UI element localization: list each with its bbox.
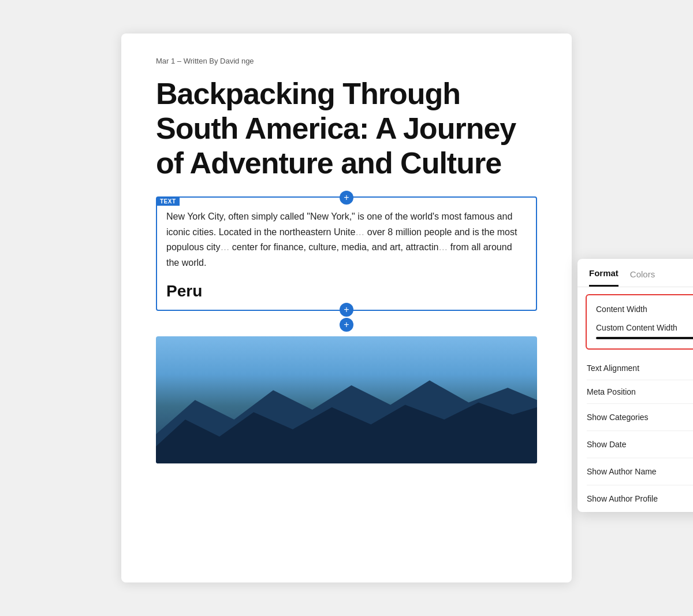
tab-format[interactable]: Format	[589, 268, 619, 287]
show-date-label: Show Date	[587, 440, 626, 449]
content-width-row: Content Width Custom ⌄	[587, 298, 693, 321]
add-block-below-button[interactable]: +	[340, 318, 353, 332]
section-heading: Peru	[166, 282, 527, 300]
show-author-name-row: Show Author Name	[578, 458, 693, 485]
text-block: TEXT + New York City, often simply calle…	[156, 196, 537, 311]
content-width-label: Content Width	[596, 305, 647, 314]
add-block-middle-button[interactable]: +	[340, 303, 353, 317]
meta-separator: –	[177, 57, 184, 65]
page-wrapper: Mar 1 – Written By David nge Backpacking…	[121, 34, 572, 582]
article-title: Backpacking Through South America: A Jou…	[156, 77, 537, 180]
slider-track	[596, 337, 693, 339]
meta-author-prefix: Written By	[184, 57, 218, 65]
show-author-profile-label: Show Author Profile	[587, 494, 658, 503]
show-categories-label: Show Categories	[587, 413, 649, 422]
meta-date: Mar 1	[156, 57, 175, 65]
meta-position-label: Meta Position	[587, 387, 636, 396]
meta-line: Mar 1 – Written By David nge	[156, 57, 537, 65]
show-author-name-label: Show Author Name	[587, 467, 657, 476]
meta-position-row: Meta Position Above Title ⌄	[578, 380, 693, 403]
settings-panel: Format Colors Content Width Custom ⌄ Cus…	[578, 259, 693, 512]
show-date-row: Show Date	[578, 431, 693, 458]
show-author-profile-row: Show Author Profile	[578, 485, 693, 512]
text-alignment-row: Text Alignment Left ⌄	[578, 357, 693, 380]
panel-tabs: Format Colors	[578, 259, 693, 287]
text-block-label: TEXT	[157, 197, 180, 206]
meta-author: David nge	[220, 57, 254, 65]
slider-fill	[596, 337, 693, 339]
panel-body: Content Width Custom ⌄ Custom Content Wi…	[578, 294, 693, 512]
custom-content-width-row: Custom Content Width 85	[587, 321, 693, 335]
landscape-image	[156, 336, 537, 463]
add-block-top-button[interactable]: +	[340, 191, 353, 205]
add-block-below-wrapper: +	[156, 318, 537, 332]
article-body: New York City, often simply called "New …	[166, 209, 527, 270]
content-width-slider-row[interactable]	[587, 335, 693, 344]
text-alignment-label: Text Alignment	[587, 363, 639, 373]
tab-colors[interactable]: Colors	[630, 268, 655, 287]
content-width-section: Content Width Custom ⌄ Custom Content Wi…	[586, 294, 693, 350]
custom-content-width-label: Custom Content Width	[596, 323, 677, 332]
show-categories-row: Show Categories	[578, 404, 693, 431]
